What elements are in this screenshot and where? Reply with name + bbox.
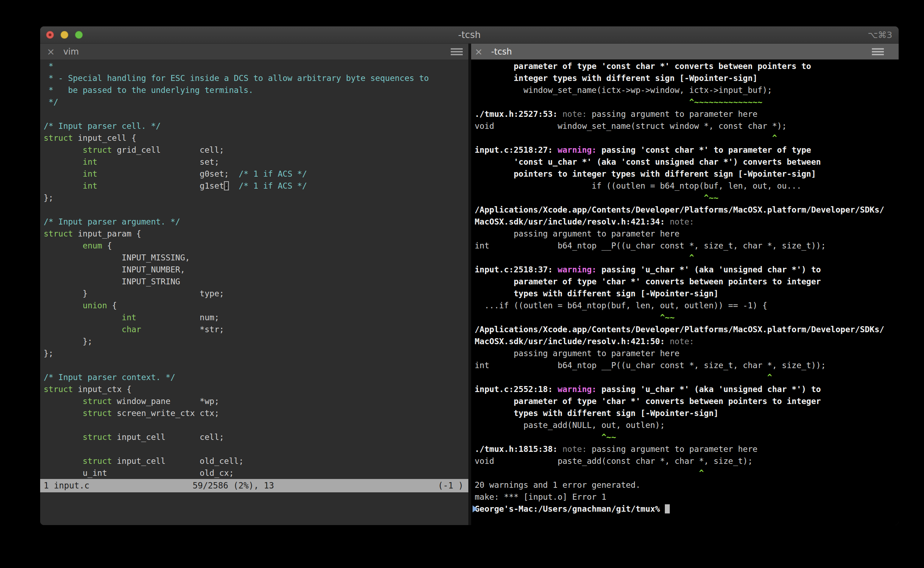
text-segment: note: <box>670 217 694 226</box>
terminal-line: /Applications/Xcode.app/Contents/Develop… <box>475 204 899 216</box>
code-line: */ <box>44 96 468 108</box>
terminal-line: parameter of type 'const char *' convert… <box>475 60 899 72</box>
code-line: char *str; <box>44 323 468 335</box>
hamburger-menu-icon[interactable] <box>872 47 884 57</box>
close-pane-icon[interactable]: × <box>475 47 483 56</box>
text-segment: ./tmux.h:2527:53: <box>475 109 562 119</box>
shell-pane-titlebar[interactable]: × -tcsh <box>468 44 899 59</box>
text-segment: note: <box>562 444 592 454</box>
text-segment <box>44 145 83 154</box>
text-segment <box>44 432 83 442</box>
text-segment <box>44 157 83 166</box>
text-segment: note: <box>562 109 592 119</box>
vim-pane-title: vim <box>64 47 79 57</box>
text-segment: * - Special handling for ESC inside a DC… <box>44 74 429 83</box>
code-line: int num; <box>44 311 468 323</box>
terminal-output: parameter of type 'const char *' convert… <box>471 59 899 515</box>
text-segment: window_set_name(ictx->wp->window, ictx->… <box>475 86 772 95</box>
text-segment <box>44 397 83 406</box>
text-segment: if ((outlen = b64_ntop(buf, len, out, ou… <box>475 181 801 190</box>
text-segment: ^~~ <box>475 432 616 442</box>
terminal-line: parameter of type 'char *' converts betw… <box>475 276 899 287</box>
text-segment: ^ <box>475 253 694 262</box>
terminal-line: paste_add(NULL, out, outlen); <box>475 419 899 431</box>
terminal-line: window_set_name(ictx->wp->window, ictx->… <box>475 84 899 96</box>
code-line <box>44 419 468 431</box>
code-line: struct input_cell { <box>44 132 468 144</box>
terminal-line: if ((outlen = b64_ntop(buf, len, out, ou… <box>475 180 899 192</box>
text-segment: 20 warnings and 1 error generated. <box>475 480 641 489</box>
text-segment: pointers to integer types with different… <box>475 169 816 178</box>
text-segment: passing argument to parameter here <box>592 444 757 454</box>
text-segment: passing argument to parameter here <box>475 349 680 358</box>
text-segment: /* 1 if ACS */ <box>239 169 307 178</box>
text-segment: struct <box>83 456 112 465</box>
vim-pane[interactable]: * * - Special handling for ESC inside a … <box>40 59 468 525</box>
text-segment <box>44 409 83 418</box>
text-segment: screen_write_ctx ctx; <box>112 409 220 418</box>
text-segment: ...if ((outlen = b64_ntop(buf, len, out,… <box>475 301 767 310</box>
code-line: u_int old_cx; <box>44 467 468 479</box>
code-line: } type; <box>44 287 468 299</box>
code-line: * <box>44 60 468 72</box>
text-segment: }; <box>44 349 53 358</box>
text-segment: *str; <box>141 325 224 334</box>
code-line <box>44 443 468 455</box>
close-pane-icon[interactable]: × <box>47 47 55 56</box>
split-panes: * * - Special handling for ESC inside a … <box>40 59 899 525</box>
text-segment <box>44 241 83 250</box>
code-line: }; <box>44 335 468 347</box>
text-segment: struct <box>83 145 112 154</box>
iterm-window: -tcsh ⌥⌘3 × vim × -tcsh * * - Special ha… <box>40 26 899 525</box>
terminal-line: MacOSX.sdk/usr/include/resolv.h:421:50: … <box>475 335 899 347</box>
text-segment: ^ <box>475 133 777 142</box>
close-button[interactable] <box>46 31 54 39</box>
text-segment: passing 'u_char *' (aka 'unsigned char *… <box>601 385 821 394</box>
hamburger-menu-icon[interactable] <box>451 47 463 57</box>
code-line: struct input_cell cell; <box>44 431 468 443</box>
terminal-line: ^~~ <box>475 431 899 443</box>
minimize-button[interactable] <box>61 31 68 39</box>
code-line <box>44 108 468 120</box>
text-segment: struct <box>83 432 112 442</box>
terminal-cursor <box>665 504 670 514</box>
text-segment: ^ <box>475 468 704 477</box>
vim-pane-titlebar[interactable]: × vim <box>40 44 468 59</box>
text-segment: * <box>44 62 53 71</box>
text-segment: parameter of type 'char *' converts betw… <box>475 277 821 286</box>
zoom-button[interactable] <box>75 31 83 39</box>
terminal-pane[interactable]: parameter of type 'const char *' convert… <box>468 59 899 525</box>
terminal-line: ./tmux.h:2527:53: note: passing argument… <box>475 108 899 120</box>
window-shortcut-badge: ⌥⌘3 <box>868 30 892 40</box>
text-segment: INPUT_NUMBER, <box>44 265 185 274</box>
text-segment: ^~~ <box>475 193 718 202</box>
terminal-line: passing argument to parameter here <box>475 347 899 359</box>
text-segment: int b64_ntop __P((u_char const *, size_t… <box>475 361 826 370</box>
terminal-line: make: *** [input.o] Error 1 <box>475 491 899 503</box>
text-segment: { <box>107 301 117 310</box>
window-title: -tcsh <box>40 30 899 40</box>
code-line: INPUT_MISSING, <box>44 252 468 264</box>
text-segment: George's-Mac:/Users/gnachman/git/tmux% <box>475 504 665 514</box>
code-line: /* Input parser argument. */ <box>44 216 468 228</box>
window-titlebar[interactable]: -tcsh ⌥⌘3 <box>40 26 899 44</box>
text-segment: 'const u_char *' (aka 'const unsigned ch… <box>475 157 821 166</box>
code-line: * be passed to the underlying terminals. <box>44 84 468 96</box>
text-segment: input_cell old_cell; <box>112 456 244 465</box>
text-segment: ./tmux.h:1815:38: <box>475 444 562 454</box>
code-line: enum { <box>44 240 468 252</box>
text-segment: * be passed to the underlying terminals. <box>44 86 253 95</box>
text-segment <box>44 325 122 334</box>
terminal-line: ^ <box>475 371 899 383</box>
text-segment: */ <box>44 97 58 107</box>
terminal-line: int b64_ntop __P((u_char const *, size_t… <box>475 240 899 252</box>
terminal-line: input.c:2552:18: warning: passing 'u_cha… <box>475 383 899 395</box>
text-segment: warning: <box>557 385 601 394</box>
text-segment: enum <box>83 241 102 250</box>
text-segment: ^~~ <box>475 313 675 322</box>
text-segment: make: *** [input.o] Error 1 <box>475 492 606 502</box>
text-segment: int <box>122 313 136 322</box>
text-segment: warning: <box>557 145 601 154</box>
terminal-line: ^ <box>475 132 899 144</box>
terminal-line: input.c:2518:37: warning: passing 'u_cha… <box>475 264 899 276</box>
